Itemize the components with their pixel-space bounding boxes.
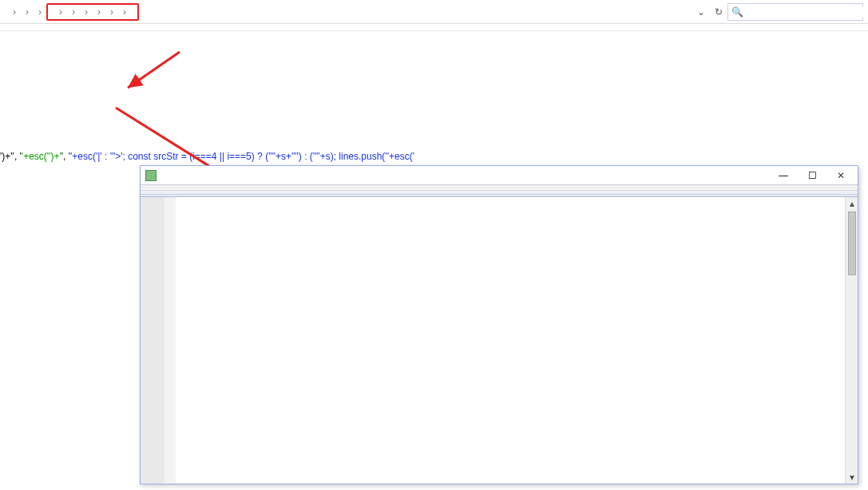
explorer-address-bar: › › › › › › › › › ⌄ ↻ 🔍 [0,0,868,24]
maximize-button[interactable]: ☐ [800,168,824,183]
scroll-down-icon[interactable]: ▾ [846,471,858,484]
history-dropdown-icon[interactable]: ⌄ [692,6,710,18]
editor-area: ▴ ▾ [141,197,858,484]
file-list [0,31,868,151]
search-box[interactable]: 🔍 [727,3,863,21]
search-input[interactable] [747,6,866,18]
menubar [141,185,858,191]
chevron-icon: › [13,6,16,18]
code-editor[interactable] [176,197,858,484]
scroll-thumb[interactable] [848,211,856,275]
fold-column [164,197,176,484]
refresh-icon[interactable]: ↻ [710,6,727,18]
vertical-scrollbar[interactable]: ▴ ▾ [845,197,858,484]
chevron-icon: › [26,6,29,18]
search-icon: 🔍 [731,6,743,18]
notepadpp-window: — ☐ ✕ ▴ ▾ [140,165,858,484]
minimize-button[interactable]: — [771,168,795,183]
breadcrumb[interactable]: › › › › › › › › › [5,3,692,21]
chevron-icon: › [38,6,42,18]
line-numbers [141,197,164,484]
column-headers[interactable] [0,24,868,31]
close-button[interactable]: ✕ [829,168,853,183]
app-icon [145,170,157,181]
window-titlebar[interactable]: — ☐ ✕ [141,166,858,185]
breadcrumb-highlight: › › › › › › [46,3,139,21]
scroll-up-icon[interactable]: ▴ [846,197,858,210]
